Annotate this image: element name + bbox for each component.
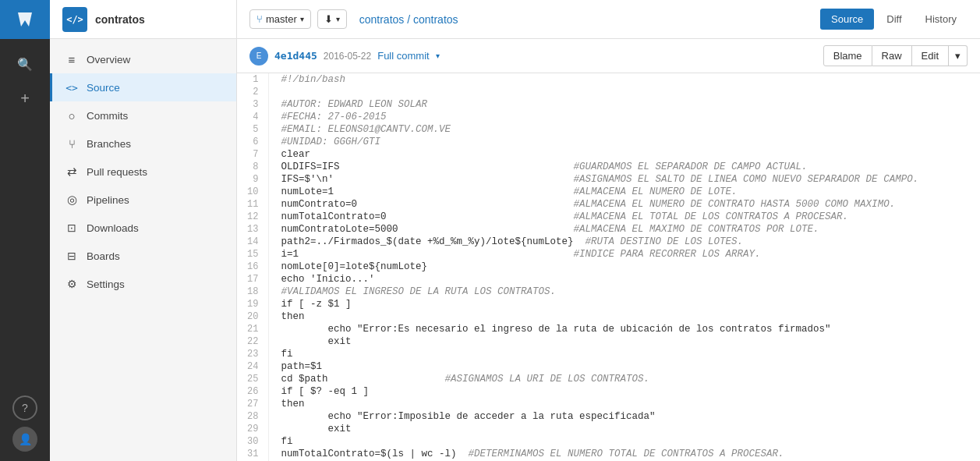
code-line: numLote=1 #ALMACENA EL NUMERO DE LOTE. — [268, 186, 980, 198]
blame-button[interactable]: Blame — [823, 45, 872, 66]
code-line: cd $path #ASIGNAMOS LA URI DE LOS CONTRA… — [268, 373, 980, 385]
table-row: 6#UNIDAD: GGGH/GTI — [237, 136, 980, 148]
raw-button[interactable]: Raw — [872, 45, 912, 66]
table-row: 16nomLote[0]=lote${numLote} — [237, 261, 980, 273]
line-number: 21 — [237, 323, 268, 335]
line-number: 15 — [237, 248, 268, 261]
code-line: numContratoLote=5000 #ALMACENA EL MAXIMO… — [268, 223, 980, 236]
sidebar-item-settings[interactable]: ⚙ Settings — [50, 270, 236, 298]
line-number: 4 — [237, 111, 268, 123]
line-number: 30 — [237, 435, 268, 448]
download-button[interactable]: ⬇ ▾ — [317, 9, 347, 29]
table-row: 17echo 'Inicio...' — [237, 273, 980, 285]
line-number: 26 — [237, 385, 268, 398]
bitbucket-logo[interactable] — [0, 0, 50, 39]
line-number: 28 — [237, 410, 268, 423]
sidebar-item-source-label: Source — [87, 82, 120, 94]
sidebar-item-source[interactable]: <> Source — [50, 73, 236, 101]
line-number: 9 — [237, 173, 268, 186]
repo-name: contratos — [95, 13, 145, 26]
tab-diff[interactable]: Diff — [876, 9, 912, 30]
table-row: 3#AUTOR: EDWARD LEON SOLAR — [237, 98, 980, 111]
user-avatar[interactable]: 👤 — [12, 427, 37, 452]
table-row: 5#EMAIL: ELEONS01@CANTV.COM.VE — [237, 123, 980, 136]
line-number: 27 — [237, 398, 268, 410]
tab-source[interactable]: Source — [820, 9, 874, 30]
commit-bar: E 4e1d445 2016-05-22 Full commit ▾ Blame… — [237, 39, 980, 73]
code-line: OLDIFS=IFS #GUARDAMOS EL SEPARADOR DE CA… — [268, 161, 980, 173]
edit-button[interactable]: Edit — [912, 45, 949, 66]
repo-icon: </> — [62, 7, 87, 32]
line-number: 22 — [237, 335, 268, 348]
code-line: #VALIDAMOS EL INGRESO DE LA RUTA LOS CON… — [268, 285, 980, 298]
table-row: 24path=$1 — [237, 360, 980, 373]
line-number: 2 — [237, 86, 268, 98]
pipelines-icon: ◎ — [65, 193, 79, 207]
table-row: 28 echo "Error:Imposible de acceder a la… — [237, 410, 980, 423]
code-line: #FECHA: 27-06-2015 — [268, 111, 980, 123]
sidebar-item-downloads[interactable]: ⊡ Downloads — [50, 214, 236, 242]
full-commit-link[interactable]: Full commit — [377, 50, 429, 62]
table-row: 19if [ -z $1 ] — [237, 298, 980, 310]
code-line: if [ -z $1 ] — [268, 298, 980, 310]
code-line: numContrato=0 #ALMACENA EL NUMERO DE CON… — [268, 198, 980, 211]
tab-history[interactable]: History — [915, 9, 968, 30]
code-line: echo 'Inicio...' — [268, 273, 980, 285]
sidebar-item-branches-label: Branches — [87, 138, 131, 150]
line-number: 25 — [237, 373, 268, 385]
code-line: exit — [268, 423, 980, 435]
table-row: 18#VALIDAMOS EL INGRESO DE LA RUTA LOS C… — [237, 285, 980, 298]
code-line: then — [268, 398, 980, 410]
download-icon: ⬇ — [324, 13, 333, 25]
table-row: 1#!/bin/bash — [237, 73, 980, 86]
table-row: 23fi — [237, 348, 980, 360]
sidebar-item-commits-label: Commits — [87, 110, 128, 122]
table-row: 15i=1 #INDICE PARA RECORRER LOS ARRAY. — [237, 248, 980, 261]
table-row: 26if [ $? -eq 1 ] — [237, 385, 980, 398]
table-row: 13numContratoLote=5000 #ALMACENA EL MAXI… — [237, 223, 980, 236]
table-row: 11numContrato=0 #ALMACENA EL NUMERO DE C… — [237, 198, 980, 211]
overview-icon: ≡ — [65, 52, 79, 66]
sidebar-item-pullrequests-label: Pull requests — [87, 166, 147, 178]
add-icon[interactable]: + — [9, 83, 41, 114]
sidebar-item-pipelines-label: Pipelines — [87, 194, 129, 206]
branch-selector[interactable]: ⑂ master ▾ — [249, 9, 311, 29]
table-row: 2 — [237, 86, 980, 98]
source-icon: <> — [65, 80, 79, 94]
code-line: path2=../Firmados_$(date +%d_%m_%y)/lote… — [268, 236, 980, 248]
sidebar-item-commits[interactable]: ○ Commits — [50, 101, 236, 129]
table-row: 4#FECHA: 27-06-2015 — [237, 111, 980, 123]
sidebar-item-branches[interactable]: ⑂ Branches — [50, 129, 236, 158]
full-commit-chevron-icon: ▾ — [436, 51, 440, 60]
main-content: ⑂ master ▾ ⬇ ▾ contratos / contratos Sou… — [237, 0, 980, 461]
help-icon[interactable]: ? — [12, 395, 37, 420]
code-line: if [ $? -eq 1 ] — [268, 385, 980, 398]
line-number: 23 — [237, 348, 268, 360]
code-line: echo "Error:Imposible de acceder a la ru… — [268, 410, 980, 423]
sidebar-item-downloads-label: Downloads — [87, 222, 139, 234]
line-number: 19 — [237, 298, 268, 310]
code-line: #AUTOR: EDWARD LEON SOLAR — [268, 98, 980, 111]
edit-more-button[interactable]: ▾ — [949, 45, 968, 66]
branch-name: master — [266, 13, 297, 25]
code-line: nomLote[0]=lote${numLote} — [268, 261, 980, 273]
line-number: 20 — [237, 310, 268, 323]
code-line: IFS=$'\n' #ASIGNAMOS EL SALTO DE LINEA C… — [268, 173, 980, 186]
commits-icon: ○ — [65, 108, 79, 122]
code-line: numTotalContrato=0 #ALMACENA EL TOTAL DE… — [268, 211, 980, 223]
line-number: 5 — [237, 123, 268, 136]
breadcrumb: contratos / contratos — [359, 13, 458, 26]
code-viewer: 1#!/bin/bash23#AUTOR: EDWARD LEON SOLAR4… — [237, 73, 980, 461]
commit-avatar: E — [249, 47, 268, 66]
sidebar-item-pipelines[interactable]: ◎ Pipelines — [50, 186, 236, 214]
line-number: 12 — [237, 211, 268, 223]
sidebar-item-pull-requests[interactable]: ⇄ Pull requests — [50, 158, 236, 186]
sidebar-item-overview[interactable]: ≡ Overview — [50, 45, 236, 73]
search-icon[interactable]: 🔍 — [9, 48, 41, 80]
boards-icon: ⊟ — [65, 249, 79, 263]
sidebar-item-boards[interactable]: ⊟ Boards — [50, 242, 236, 270]
code-line: clear — [268, 148, 980, 161]
table-row: 25cd $path #ASIGNAMOS LA URI DE LOS CONT… — [237, 373, 980, 385]
commit-hash[interactable]: 4e1d445 — [274, 50, 317, 62]
code-line: echo "Error:Es necesario el ingreso de l… — [268, 323, 980, 335]
